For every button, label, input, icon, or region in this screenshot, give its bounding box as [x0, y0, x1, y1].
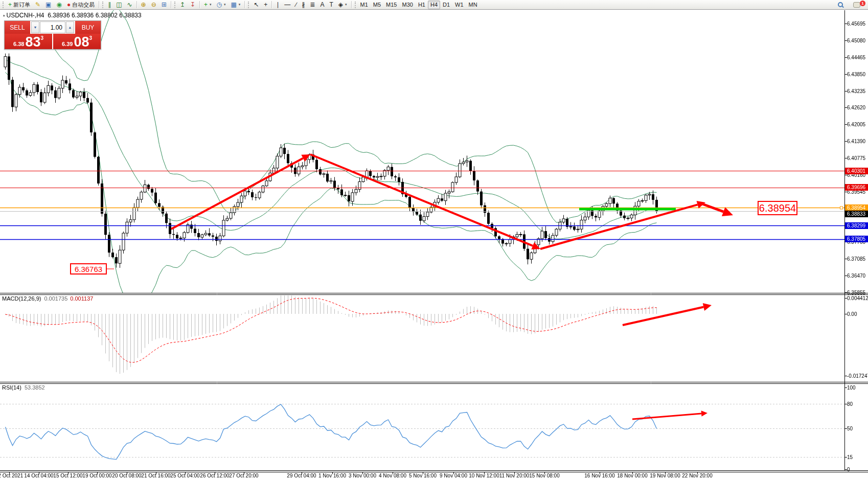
time-axis-label: 20 Oct 08:00 [112, 473, 141, 478]
timeframe-d1[interactable]: D1 [440, 1, 452, 9]
signals-button[interactable]: ◉ [54, 1, 64, 9]
annotation-price-label-level[interactable]: 6.38954 [758, 201, 797, 215]
label-button[interactable]: T [327, 1, 335, 9]
periods-button[interactable]: ◷▾ [214, 1, 228, 9]
price-badge: 6.38299 [845, 222, 868, 229]
time-axis-label: 16 Nov 16:00 [584, 473, 615, 478]
trading-terminal-window: +新订单✎▣◉●自动交易∥◫∿⊕⊖⊞↥↧+▾◷▾▦▾↖+∣—∕∦≣AT◈▾M1M… [0, 0, 868, 480]
main-toolbar: +新订单✎▣◉●自动交易∥◫∿⊕⊖⊞↥↧+▾◷▾▦▾↖+∣—∕∦≣AT◈▾M1M… [0, 0, 868, 10]
time-axis-label: 14 Oct 04:00 [24, 473, 53, 478]
sell-button[interactable]: SELL [5, 21, 30, 34]
time-axis-label: 15 Nov 08:00 [529, 473, 560, 478]
macd-axis-label: 0.00 [847, 311, 857, 317]
fibonacci-icon: ≣ [310, 2, 315, 8]
zoom-in-button[interactable]: ⊕ [139, 1, 149, 9]
timeframe-h1-label: H1 [418, 2, 425, 8]
shapes-button[interactable]: ◈▾ [336, 1, 350, 9]
cursor-button[interactable]: ↖ [251, 1, 261, 9]
volume-increase-button[interactable]: ▲ [66, 21, 74, 33]
templates-button[interactable]: ▦▾ [228, 1, 243, 9]
timeframe-m15-label: M15 [386, 2, 397, 8]
macd-axis-label: -0.017247 [847, 373, 868, 379]
autotrade-icon: ● [67, 2, 71, 8]
timeframe-h1[interactable]: H1 [416, 1, 428, 9]
bar-chart-icon: ∥ [108, 2, 111, 8]
profile-icon: ▣ [45, 2, 51, 8]
timeframe-w1[interactable]: W1 [452, 1, 466, 9]
buy-price-big: 08 [74, 36, 89, 48]
timeframe-mn[interactable]: MN [466, 1, 480, 9]
notifications-button[interactable]: 1 [851, 1, 863, 9]
annotation-price-label-low[interactable]: 6.36763 [70, 263, 107, 275]
time-axis-label: 11 Nov 20:00 [499, 473, 530, 478]
toolbar-right-group: 1 [835, 1, 867, 9]
time-axis-label: 27 Oct 20:00 [229, 473, 258, 478]
volume-decrease-button[interactable]: ▼ [31, 21, 39, 33]
macd-indicator-label: MACD(12,26,9)0.0017350.001137 [2, 295, 93, 302]
chart-shift-icon: ↧ [190, 2, 195, 8]
price-badge: 6.38833 [845, 211, 868, 217]
macd-name: MACD(12,26,9) [2, 295, 41, 302]
auto-scroll-button[interactable]: ↥ [177, 1, 188, 9]
fibo-button[interactable]: ≣ [307, 1, 317, 9]
macd-value-signal: 0.001137 [70, 295, 93, 302]
horizontal-line-icon: — [284, 2, 290, 8]
vertical-line-icon: ∣ [276, 2, 279, 8]
text-button[interactable]: A [317, 1, 327, 9]
toolbar-grip [174, 2, 176, 8]
price-badge: 6.39696 [845, 184, 868, 191]
chevron-down-icon: ▾ [239, 3, 241, 7]
toolbar-grip [102, 2, 104, 8]
volume-input[interactable] [40, 21, 65, 33]
timeframe-m15[interactable]: M15 [383, 1, 399, 9]
toolbar-separator [136, 1, 137, 8]
price-axis-label: 6.43235 [847, 88, 865, 94]
new-order-button[interactable]: +新订单 [6, 1, 33, 9]
trendline-button[interactable]: ∕ [293, 1, 299, 9]
autotrade-button[interactable]: ●自动交易 [64, 1, 97, 9]
time-axis-label: 3 Nov 00:00 [349, 473, 376, 478]
timeframe-m30[interactable]: M30 [400, 1, 416, 9]
price-badge: 6.40301 [845, 168, 868, 174]
toolbar-grip [248, 2, 249, 8]
hline-button[interactable]: — [282, 1, 293, 9]
sell-price[interactable]: 6.38 83 3 [5, 34, 53, 49]
tile-windows-button[interactable]: ⊞ [159, 1, 169, 9]
price-axis-label: 6.35855 [847, 290, 865, 295]
chart-shift-button[interactable]: ↧ [188, 1, 198, 9]
timeframe-d1-label: D1 [443, 2, 450, 8]
chart-bars-button[interactable]: ∥ [105, 1, 113, 9]
indicators-button[interactable]: +▾ [201, 1, 214, 9]
trendline-icon: ∕ [295, 2, 296, 8]
chart-candles-button[interactable]: ◫ [113, 1, 124, 9]
timeframe-m5[interactable]: M5 [371, 1, 383, 9]
profile-button[interactable]: ▣ [43, 1, 54, 9]
time-axis-label: 9 Nov 04:00 [440, 473, 467, 478]
timeframe-w1-label: W1 [455, 2, 464, 8]
vline-button[interactable]: ∣ [273, 1, 282, 9]
time-axis-label: 26 Oct 12:00 [200, 473, 229, 478]
buy-button[interactable]: BUY [75, 21, 101, 34]
crosshair-button[interactable]: + [261, 1, 270, 9]
sell-price-sup: 3 [40, 35, 43, 41]
price-axis-label: 6.41390 [847, 139, 865, 144]
crosshair-icon: + [264, 2, 267, 8]
macd-axis-label: 0.004412 [847, 295, 868, 301]
chart-line-button[interactable]: ∿ [125, 1, 135, 9]
rsi-name: RSI(14) [2, 384, 21, 391]
time-axis-label: 1 Nov 16:00 [318, 473, 346, 478]
toolbar-separator [99, 1, 99, 8]
chart-symbol-period: USDCNH-,H4 [7, 12, 44, 19]
price-axis-label: 6.37085 [847, 256, 865, 262]
highlighter-button[interactable]: ✎ [33, 1, 43, 9]
timeframe-h4[interactable]: H4 [428, 1, 440, 9]
text-label-icon: T [329, 2, 333, 8]
toolbar-separator [171, 1, 171, 8]
zoom-out-button[interactable]: ⊖ [149, 1, 159, 9]
timeframe-m1[interactable]: M1 [358, 1, 371, 9]
chart-canvas[interactable] [0, 0, 868, 480]
price-axis-label: 6.42005 [847, 122, 865, 127]
channel-button[interactable]: ∦ [299, 1, 307, 9]
buy-price[interactable]: 6.39 08 3 [53, 34, 101, 49]
search-button[interactable] [835, 1, 846, 9]
